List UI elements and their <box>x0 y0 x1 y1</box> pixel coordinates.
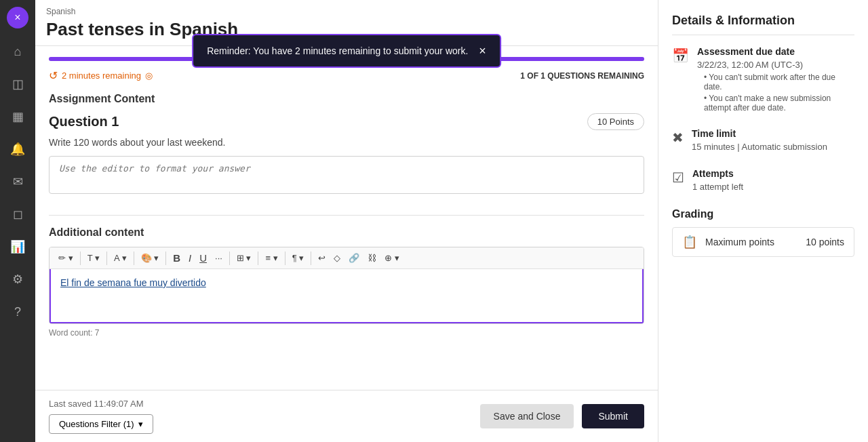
toast-overlay: Reminder: You have 2 minutes remaining t… <box>192 34 501 68</box>
align-btn[interactable]: ≡ ▾ <box>262 251 281 265</box>
points-badge: 10 Points <box>587 113 644 130</box>
right-panel: Details & Information 📅 Assessment due d… <box>658 0 868 442</box>
assessment-section: 📅 Assessment due date 3/22/23, 12:00 AM … <box>672 46 854 115</box>
separator-1 <box>80 252 81 265</box>
table-btn[interactable]: ⊞ ▾ <box>233 251 255 265</box>
timer-text: 2 minutes remaining <box>62 71 141 81</box>
subject-label: Spanish <box>46 7 647 16</box>
separator-8 <box>311 252 311 265</box>
text-style-btn[interactable]: T ▾ <box>84 251 103 265</box>
timer-extra-icon: ◎ <box>145 71 153 81</box>
timer-icon: ↺ <box>49 69 58 82</box>
divider <box>49 215 644 216</box>
sidebar-item-help[interactable]: ? <box>5 300 30 329</box>
separator-3 <box>134 252 134 265</box>
panel-title: Details & Information <box>672 14 854 35</box>
attempts-label: Attempts <box>692 168 854 179</box>
chevron-down-icon: ▾ <box>138 419 143 429</box>
calendar-icon: 📅 <box>672 47 689 64</box>
content-area: ↺ 2 minutes remaining ◎ 1 OF 1 QUESTIONS… <box>35 46 658 390</box>
pencil-btn[interactable]: ✏ ▾ <box>55 251 77 265</box>
main-area: Spanish Past tenses in Spanish Reminder:… <box>35 0 658 442</box>
color-btn[interactable]: 🎨 ▾ <box>138 251 163 265</box>
save-close-button[interactable]: Save and Close <box>480 404 574 428</box>
question-header: Question 1 10 Points <box>49 113 644 130</box>
underline-btn[interactable]: U <box>196 250 210 266</box>
additional-content-title: Additional content <box>49 226 644 239</box>
close-button[interactable]: × <box>7 7 28 28</box>
clear-btn[interactable]: ◇ <box>330 251 344 265</box>
grading-icon: 📋 <box>682 235 697 249</box>
last-saved: Last saved 11:49:07 AM <box>49 399 153 409</box>
sidebar-item-account[interactable]: ⚙ <box>5 267 30 297</box>
footer-right: Save and Close Submit <box>480 404 644 428</box>
separator-4 <box>165 252 166 265</box>
grading-row: 📋 Maximum points 10 points <box>673 228 854 256</box>
toast-message: Reminder: You have 2 minutes remaining t… <box>207 45 468 56</box>
questions-filter-button[interactable]: Questions Filter (1) ▾ <box>49 414 153 434</box>
link-btn[interactable]: 🔗 <box>345 251 363 265</box>
grades-icon: 📊 <box>5 235 30 259</box>
footer-left: Last saved 11:49:07 AM Questions Filter … <box>49 399 153 434</box>
paragraph-btn[interactable]: ¶ ▾ <box>289 251 308 265</box>
plus-btn[interactable]: ⊕ ▾ <box>381 251 403 265</box>
sidebar-item-home[interactable]: ⌂ <box>5 39 30 69</box>
timer-row: ↺ 2 minutes remaining ◎ 1 OF 1 QUESTIONS… <box>49 69 644 82</box>
sidebar-item-calendar[interactable]: ▦ <box>5 104 30 134</box>
footer: Last saved 11:49:07 AM Questions Filter … <box>35 390 658 442</box>
messages-icon: ✉ <box>5 169 30 194</box>
assessment-content: Assessment due date 3/22/23, 12:00 AM (U… <box>697 46 854 115</box>
submit-button[interactable]: Submit <box>582 404 644 428</box>
unlink-btn[interactable]: ⛓ <box>364 251 380 265</box>
sidebar-item-grades[interactable]: 📊 <box>5 235 30 264</box>
attempts-content: Attempts 1 attempt left <box>692 168 854 195</box>
separator-7 <box>285 252 285 265</box>
section-title: Assignment Content <box>49 93 644 105</box>
sidebar-item-notifications[interactable]: 🔔 <box>5 137 30 167</box>
courses-icon: ◫ <box>5 72 30 96</box>
editor-toolbar: ✏ ▾ T ▾ A ▾ 🎨 ▾ B I U ··· ⊞ ▾ ≡ ▾ ¶ ▾ ↩ <box>50 247 644 269</box>
bold-btn[interactable]: B <box>170 250 184 266</box>
toast-close-button[interactable]: × <box>479 45 486 57</box>
grading-section: Grading 📋 Maximum points 10 points <box>672 208 854 257</box>
sidebar-item-courses[interactable]: ◫ <box>5 72 30 102</box>
time-limit-section: ✖ Time limit 15 minutes | Automatic subm… <box>672 128 854 155</box>
attempts-value: 1 attempt left <box>692 182 854 192</box>
notifications-icon: 🔔 <box>5 137 30 161</box>
attempts-icon: ☑ <box>672 169 684 186</box>
grading-table: 📋 Maximum points 10 points <box>672 227 854 257</box>
undo-btn[interactable]: ↩ <box>315 251 329 265</box>
more-btn[interactable]: ··· <box>212 251 226 265</box>
assessment-date: 3/22/23, 12:00 AM (UTC-3) <box>697 60 854 70</box>
sidebar: × ⌂ ◫ ▦ 🔔 ✉ ◻ 📊 ⚙ ? <box>0 0 35 442</box>
question-title: Question 1 <box>49 114 119 129</box>
answer-input[interactable] <box>49 156 644 194</box>
rich-text-editor: ✏ ▾ T ▾ A ▾ 🎨 ▾ B I U ··· ⊞ ▾ ≡ ▾ ¶ ▾ ↩ <box>49 247 644 324</box>
max-points-label: Maximum points <box>705 237 797 247</box>
toast-notification: Reminder: You have 2 minutes remaining t… <box>192 34 501 68</box>
time-limit-label: Time limit <box>692 128 854 139</box>
max-points-value: 10 points <box>806 237 844 247</box>
separator-6 <box>258 252 258 265</box>
grading-title: Grading <box>672 208 854 220</box>
sidebar-item-messages[interactable]: ✉ <box>5 169 30 199</box>
word-count: Word count: 7 <box>49 328 644 338</box>
font-size-btn[interactable]: A ▾ <box>111 251 130 265</box>
editor-content: El fin de semana fue muy divertido <box>60 277 206 288</box>
sidebar-item-dashboard[interactable]: ◻ <box>5 202 30 232</box>
timer-left: ↺ 2 minutes remaining ◎ <box>49 69 153 82</box>
account-icon: ⚙ <box>5 267 30 292</box>
dashboard-icon: ◻ <box>5 202 30 226</box>
separator-2 <box>106 252 107 265</box>
question-prompt: Write 120 words about your last weekend. <box>49 137 644 148</box>
calendar-icon: ▦ <box>5 104 30 129</box>
separator-5 <box>229 252 230 265</box>
time-limit-value: 15 minutes | Automatic submission <box>692 142 854 152</box>
editor-body[interactable]: El fin de semana fue muy divertido <box>50 269 644 323</box>
time-limit-icon: ✖ <box>672 129 684 146</box>
close-icon: × <box>14 12 20 24</box>
assessment-bullet-2: You can't make a new submission attempt … <box>704 94 854 113</box>
italic-btn[interactable]: I <box>185 250 195 266</box>
help-icon: ? <box>5 300 30 324</box>
questions-remaining: 1 OF 1 QUESTIONS REMAINING <box>520 71 644 81</box>
